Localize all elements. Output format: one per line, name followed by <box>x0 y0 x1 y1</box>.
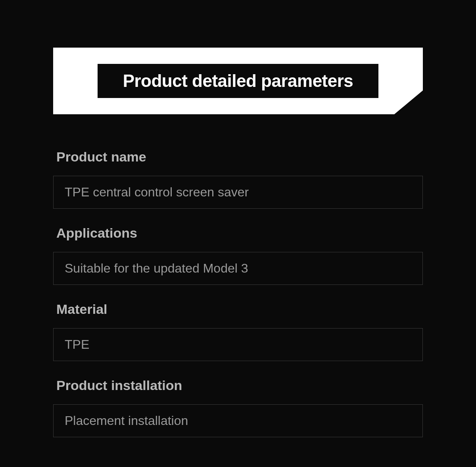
param-group-installation: Product installation Placement installat… <box>53 378 423 437</box>
param-value-box: TPE <box>53 328 423 361</box>
param-label: Product installation <box>53 378 423 393</box>
param-value: TPE central control screen saver <box>65 185 411 200</box>
param-label: Material <box>53 302 423 317</box>
param-label: Applications <box>53 225 423 241</box>
param-value-box: TPE central control screen saver <box>53 176 423 209</box>
page-title: Product detailed parameters <box>123 71 353 91</box>
param-group-product-name: Product name TPE central control screen … <box>53 149 423 209</box>
param-value: Placement installation <box>65 413 411 428</box>
header-title-box: Product detailed parameters <box>98 64 379 98</box>
param-value-box: Placement installation <box>53 404 423 437</box>
product-parameters-container: Product detailed parameters Product name… <box>53 48 423 437</box>
param-group-applications: Applications Suitable for the updated Mo… <box>53 225 423 285</box>
param-value: TPE <box>65 337 411 352</box>
param-group-material: Material TPE <box>53 302 423 361</box>
param-value-box: Suitable for the updated Model 3 <box>53 252 423 285</box>
param-value: Suitable for the updated Model 3 <box>65 261 411 276</box>
header-banner: Product detailed parameters <box>53 48 423 114</box>
param-label: Product name <box>53 149 423 165</box>
